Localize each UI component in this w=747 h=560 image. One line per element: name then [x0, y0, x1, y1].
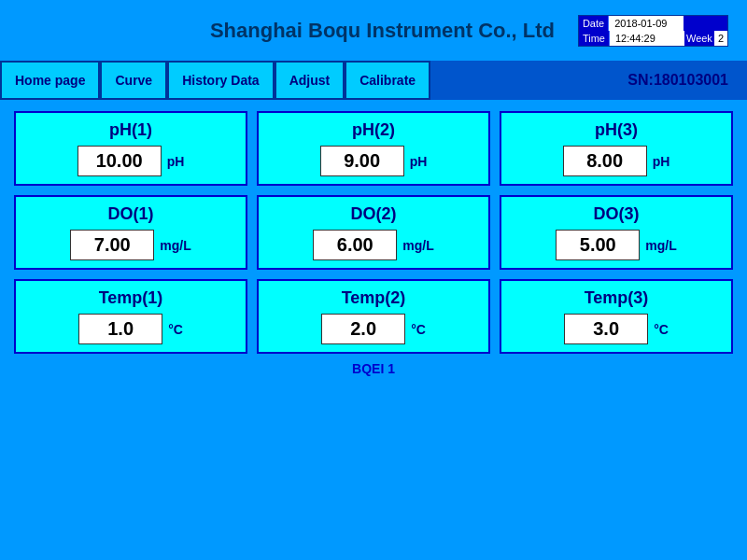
sensor-temp1-row: 1.0 °C	[78, 314, 183, 344]
footer-text: BQEI 1	[14, 361, 733, 376]
time-row: Time 12:44:29 Week 2	[579, 31, 727, 46]
sensor-temp2: Temp(2) 2.0 °C	[257, 279, 490, 354]
sensor-temp2-value: 2.0	[321, 314, 405, 344]
header: Shanghai Boqu Instrument Co., Ltd Date 2…	[0, 0, 747, 61]
week-label: Week	[684, 31, 714, 46]
sensor-do3: DO(3) 5.00 mg/L	[500, 195, 733, 270]
week-value: 2	[714, 31, 727, 46]
sensor-ph2: pH(2) 9.00 pH	[257, 111, 490, 186]
sensor-do2-value: 6.00	[313, 230, 397, 260]
sensor-do1-label: DO(1)	[108, 204, 154, 224]
time-label: Time	[579, 31, 610, 46]
sensor-do2-row: 6.00 mg/L	[313, 230, 433, 260]
sensor-temp1-value: 1.0	[78, 314, 162, 344]
navbar: Home page Curve History Data Adjust Cali…	[0, 61, 747, 100]
company-title: Shanghai Boqu Instrument Co., Ltd	[187, 19, 578, 43]
sensor-ph3-unit: pH	[653, 154, 670, 169]
sensor-temp3-value: 3.0	[564, 314, 648, 344]
date-value: 2018-01-09	[609, 16, 684, 31]
sensor-ph1: pH(1) 10.00 pH	[14, 111, 247, 186]
sensor-temp2-unit: °C	[411, 322, 426, 337]
sensor-do1-unit: mg/L	[160, 238, 190, 253]
sensor-ph3-value: 8.00	[563, 146, 647, 176]
sensor-do2-unit: mg/L	[402, 238, 433, 253]
sensor-temp1-label: Temp(1)	[99, 288, 163, 308]
sensor-ph3-label: pH(3)	[595, 120, 638, 140]
sensor-do1-row: 7.00 mg/L	[70, 230, 190, 260]
sensor-ph2-row: 9.00 pH	[320, 146, 428, 176]
date-label: Date	[579, 16, 609, 31]
sensor-do3-unit: mg/L	[645, 238, 676, 253]
sensor-temp3-label: Temp(3)	[585, 288, 649, 308]
sensor-temp2-row: 2.0 °C	[321, 314, 426, 344]
sensor-do1-value: 7.00	[70, 230, 154, 260]
sensor-temp3-unit: °C	[654, 322, 669, 337]
sensor-grid: pH(1) 10.00 pH pH(2) 9.00 pH pH(3) 8.00 …	[14, 111, 733, 354]
sensor-temp2-label: Temp(2)	[342, 288, 406, 308]
sensor-ph1-label: pH(1)	[109, 120, 152, 140]
sensor-ph2-label: pH(2)	[352, 120, 395, 140]
date-row: Date 2018-01-09	[579, 16, 727, 31]
sensor-do2-label: DO(2)	[351, 204, 397, 224]
sensor-ph2-unit: pH	[410, 154, 428, 169]
sensor-temp1-unit: °C	[168, 322, 183, 337]
sensor-temp1: Temp(1) 1.0 °C	[14, 279, 247, 354]
datetime-panel: Date 2018-01-09 Time 12:44:29 Week 2	[578, 15, 728, 47]
sensor-do3-label: DO(3)	[594, 204, 640, 224]
sensor-do1: DO(1) 7.00 mg/L	[14, 195, 247, 270]
sensor-do2: DO(2) 6.00 mg/L	[257, 195, 490, 270]
sensor-ph1-value: 10.00	[78, 146, 162, 176]
sensor-temp3: Temp(3) 3.0 °C	[500, 279, 733, 354]
sensor-do3-row: 5.00 mg/L	[556, 230, 676, 260]
main-content: pH(1) 10.00 pH pH(2) 9.00 pH pH(3) 8.00 …	[0, 100, 747, 387]
serial-number: SN:180103001	[627, 72, 728, 89]
nav-history[interactable]: History Data	[167, 61, 274, 100]
sensor-ph2-value: 9.00	[320, 146, 404, 176]
time-value: 12:44:29	[610, 31, 684, 46]
sensor-ph3: pH(3) 8.00 pH	[500, 111, 733, 186]
nav-home[interactable]: Home page	[0, 61, 100, 100]
nav-curve[interactable]: Curve	[100, 61, 167, 100]
sensor-temp3-row: 3.0 °C	[564, 314, 669, 344]
sensor-do3-value: 5.00	[556, 230, 640, 260]
sensor-ph1-row: 10.00 pH	[78, 146, 185, 176]
sensor-ph1-unit: pH	[167, 154, 185, 169]
nav-adjust[interactable]: Adjust	[275, 61, 345, 100]
nav-calibrate[interactable]: Calibrate	[345, 61, 430, 100]
sensor-ph3-row: 8.00 pH	[563, 146, 670, 176]
